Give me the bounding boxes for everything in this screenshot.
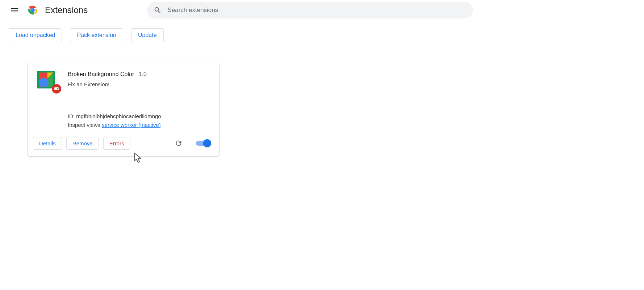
- enable-toggle[interactable]: [196, 139, 211, 147]
- top-bar: Extensions: [0, 0, 644, 20]
- page-title: Extensions: [45, 5, 88, 15]
- svg-point-7: [39, 78, 49, 87]
- search-icon: [154, 6, 162, 14]
- extension-title-row: Broken Background Color 1.0: [68, 70, 210, 78]
- inspect-views-row: Inspect views service worker (Inactive): [68, 121, 210, 129]
- extension-description: Fix an Extension!: [68, 81, 210, 87]
- reload-button[interactable]: [172, 137, 185, 150]
- details-button[interactable]: Details: [33, 137, 62, 150]
- service-worker-link[interactable]: service worker (Inactive): [102, 122, 161, 128]
- svg-point-9: [57, 88, 58, 90]
- extension-card: Broken Background Color 1.0 Fix an Exten…: [28, 63, 219, 157]
- chrome-logo-icon: [27, 4, 38, 16]
- extension-id-row: ID: mgfbhjnibhjdehcphiocaoiediidmngo: [68, 112, 210, 121]
- extensions-grid: Broken Background Color 1.0 Fix an Exten…: [0, 51, 644, 157]
- extension-id-label: ID:: [68, 113, 75, 119]
- update-button[interactable]: Update: [131, 28, 164, 42]
- dev-toolbar: Load unpacked Pack extension Update: [0, 20, 644, 51]
- inspect-views-label: Inspect views: [68, 122, 100, 128]
- search-input[interactable]: [167, 7, 467, 14]
- remove-button[interactable]: Remove: [66, 137, 99, 150]
- extension-icon: [37, 70, 58, 91]
- reload-icon: [175, 139, 183, 147]
- error-badge-icon: [52, 84, 61, 94]
- toggle-thumb: [203, 139, 211, 147]
- errors-button[interactable]: Errors: [103, 137, 130, 150]
- extension-name: Broken Background Color: [68, 71, 134, 77]
- hamburger-icon: [10, 6, 19, 14]
- hamburger-menu-button[interactable]: [6, 1, 23, 19]
- pack-extension-button[interactable]: Pack extension: [70, 28, 123, 42]
- extension-version: 1.0: [139, 71, 147, 77]
- load-unpacked-button[interactable]: Load unpacked: [9, 28, 62, 42]
- search-bar[interactable]: [147, 2, 473, 18]
- extension-id-value: mgfbhjnibhjdehcphiocaoiediidmngo: [76, 113, 161, 119]
